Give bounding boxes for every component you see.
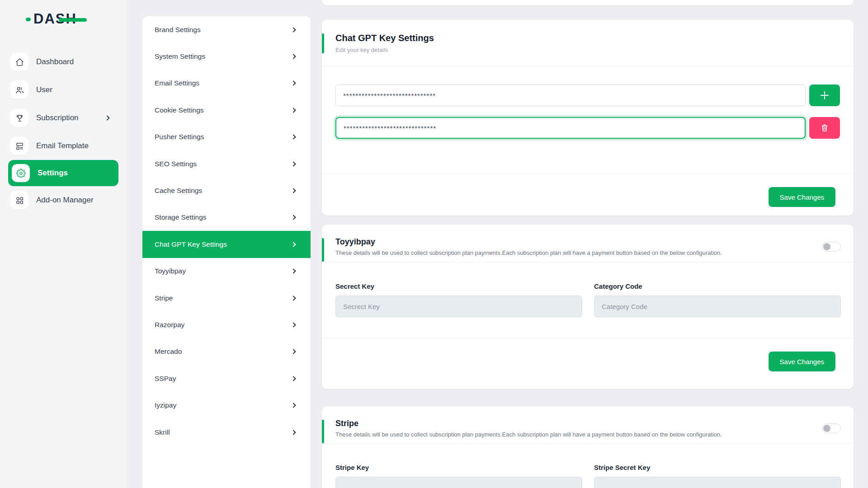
chevron-right-icon xyxy=(104,115,109,120)
settings-menu-item-label: System Settings xyxy=(155,52,205,61)
settings-menu-item[interactable]: Cache Settings xyxy=(142,177,311,204)
sidebar-item-label: Settings xyxy=(38,169,68,178)
delete-key-button[interactable] xyxy=(809,117,840,139)
settings-menu-item[interactable]: SSPay xyxy=(142,365,311,392)
card-subtitle: Edit your key details xyxy=(335,47,840,53)
settings-menu-item[interactable]: Storage Settings xyxy=(142,204,311,231)
settings-menu-item[interactable]: Email Settings xyxy=(142,70,311,97)
settings-menu-item-label: SEO Settings xyxy=(155,160,197,168)
secret-key-input[interactable] xyxy=(335,296,582,317)
field-group: Stripe Key xyxy=(335,464,582,488)
sidebar-item-user[interactable]: User xyxy=(0,76,127,104)
settings-menu-item-label: Storage Settings xyxy=(155,213,207,221)
trash-icon xyxy=(820,123,829,132)
green-accent-bar xyxy=(322,238,324,262)
settings-menu-item[interactable]: Brand Settings xyxy=(142,16,311,43)
chevron-right-icon xyxy=(291,430,296,435)
sidebar-item-label: Subscription xyxy=(36,113,79,122)
settings-menu-item[interactable]: Razorpay xyxy=(142,311,311,338)
card-header: Stripe These details will be used to col… xyxy=(322,406,854,444)
settings-menu-item-label: Iyzipay xyxy=(155,401,176,409)
save-changes-button[interactable]: Save Changes xyxy=(769,352,835,371)
field-label: Category Code xyxy=(594,282,841,290)
chevron-right-icon xyxy=(291,27,296,32)
settings-menu-item-label: Mercado xyxy=(155,347,182,356)
category-code-input[interactable] xyxy=(594,296,841,317)
sidebar-item-label: User xyxy=(36,85,52,94)
field-group: Category Code xyxy=(594,282,841,317)
trophy-icon xyxy=(10,109,28,127)
card-footer: Save Changes xyxy=(322,174,854,207)
card-title: Chat GPT Key Settings xyxy=(335,33,840,43)
settings-menu-item-label: Brand Settings xyxy=(155,26,201,34)
toggle-knob xyxy=(823,243,830,250)
settings-menu-item[interactable]: Mercado xyxy=(142,338,311,365)
chevron-right-icon xyxy=(291,188,296,193)
stripe-key-input[interactable] xyxy=(335,477,582,488)
card-header: Toyyibpay These details will be used to … xyxy=(322,225,854,263)
settings-menu-item-label: SSPay xyxy=(155,375,176,383)
card-description: These details will be used to collect su… xyxy=(335,249,840,256)
app-root: DASH Dashboard User Subscription xyxy=(0,0,868,488)
sidebar-item-email-template[interactable]: Email Template xyxy=(0,132,127,160)
chevron-right-icon xyxy=(291,349,296,354)
settings-menu-item[interactable]: Stripe xyxy=(142,285,311,311)
settings-menu-item-label: Razorpay xyxy=(155,321,184,329)
card-body: Secrect Key Category Code xyxy=(322,263,854,338)
key-row xyxy=(335,117,840,139)
home-icon xyxy=(10,53,28,71)
previous-card-edge xyxy=(322,0,854,5)
toyyibpay-card: Toyyibpay These details will be used to … xyxy=(322,225,854,389)
sidebar-item-subscription[interactable]: Subscription xyxy=(0,104,127,132)
chevron-right-icon xyxy=(291,108,296,113)
sidebar-item-dashboard[interactable]: Dashboard xyxy=(0,48,127,76)
card-title: Toyyibpay xyxy=(335,237,840,247)
sidebar: DASH Dashboard User Subscription xyxy=(0,0,127,488)
settings-menu-item-label: Pusher Settings xyxy=(155,133,204,141)
green-accent-bar xyxy=(322,420,324,443)
settings-menu-item[interactable]: Pusher Settings xyxy=(142,124,311,150)
chatgpt-key-input-1[interactable] xyxy=(335,84,806,106)
stripe-toggle[interactable] xyxy=(822,423,841,433)
settings-menu-item-label: Skrill xyxy=(155,428,170,436)
plus-icon xyxy=(820,91,829,100)
settings-menu-item[interactable]: Skrill xyxy=(142,419,311,446)
chevron-right-icon xyxy=(291,242,296,247)
toggle-knob xyxy=(823,425,830,432)
green-accent-bar xyxy=(322,33,324,53)
settings-menu-item[interactable]: Iyzipay xyxy=(142,392,311,418)
chevron-right-icon xyxy=(291,161,296,166)
card-body: Stripe Key Stripe Secret Key xyxy=(322,444,854,488)
chevron-right-icon xyxy=(291,215,296,220)
sidebar-item-addon-manager[interactable]: Add-on Manager xyxy=(0,186,127,214)
chatgpt-key-settings-card: Chat GPT Key Settings Edit your key deta… xyxy=(322,20,854,216)
field-group: Secrect Key xyxy=(335,282,582,317)
grid-icon xyxy=(10,191,28,209)
sidebar-nav: Dashboard User Subscription Email T xyxy=(0,48,127,214)
settings-menu-item[interactable]: Chat GPT Key Settings xyxy=(142,231,311,258)
toyyibpay-toggle[interactable] xyxy=(822,242,841,252)
chevron-right-icon xyxy=(291,54,296,59)
card-header: Chat GPT Key Settings Edit your key deta… xyxy=(322,20,854,66)
settings-menu-item[interactable]: Cookie Settings xyxy=(142,97,311,123)
chevron-right-icon xyxy=(291,135,296,140)
settings-menu: Brand Settings System Settings Email Set… xyxy=(142,16,311,488)
settings-menu-item-label: Cache Settings xyxy=(155,187,202,195)
settings-menu-item-label: Stripe xyxy=(155,294,173,302)
settings-menu-item[interactable]: Toyyibpay xyxy=(142,258,311,285)
settings-menu-item[interactable]: SEO Settings xyxy=(142,150,311,177)
users-icon xyxy=(10,81,28,99)
save-changes-button[interactable]: Save Changes xyxy=(769,187,835,207)
chevron-right-icon xyxy=(291,296,296,300)
chatgpt-key-input-2[interactable] xyxy=(335,117,806,139)
add-key-button[interactable] xyxy=(809,84,840,106)
stripe-secret-key-input[interactable] xyxy=(594,477,841,488)
key-row xyxy=(335,84,840,106)
settings-menu-item[interactable]: System Settings xyxy=(142,43,311,70)
sidebar-item-label: Email Template xyxy=(36,141,89,150)
sidebar-item-settings[interactable]: Settings xyxy=(8,160,118,186)
card-title: Stripe xyxy=(335,419,840,428)
settings-menu-item-label: Email Settings xyxy=(155,79,199,87)
settings-menu-item-label: Cookie Settings xyxy=(155,106,204,114)
field-group: Stripe Secret Key xyxy=(594,464,841,488)
